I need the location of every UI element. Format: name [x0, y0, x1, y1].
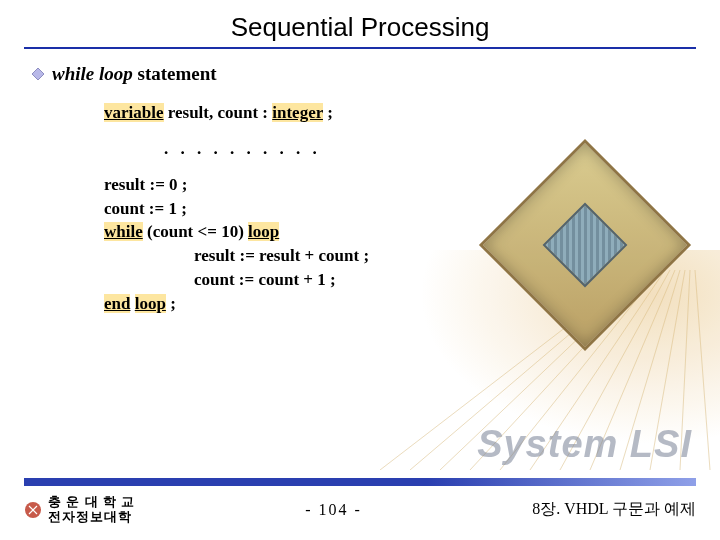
l6-end: ; [166, 294, 176, 313]
university-block: 충 운 대 학 교 전자정보대학 [24, 495, 135, 524]
decl-end: ; [323, 103, 333, 122]
code-l1: result := 0 ; [104, 173, 696, 197]
code-body: result := 0 ; count := 1 ; while (count … [104, 173, 696, 316]
code-l4: result := result + count ; [104, 244, 696, 268]
svg-marker-0 [32, 68, 44, 80]
kw-variable: variable [104, 103, 164, 122]
title-underline [24, 47, 696, 49]
kw-loop-end: loop [135, 294, 166, 313]
footer-bar [24, 478, 696, 486]
code-declaration: variable result, count : integer ; [104, 101, 696, 125]
bullet-text: while loop statement [52, 63, 217, 85]
code-l3: while (count <= 10) loop [104, 220, 696, 244]
uni-line2: 전자정보대학 [48, 510, 135, 524]
bullet-row: while loop statement [32, 63, 696, 85]
svg-line-12 [695, 270, 710, 470]
university-logo-icon [24, 501, 42, 519]
footer-row: 충 운 대 학 교 전자정보대학 - 104 - 8장. VHDL 구문과 예제 [24, 495, 696, 524]
page-number: - 104 - [305, 501, 362, 519]
ellipsis-dots: . . . . . . . . . . [164, 139, 696, 159]
diamond-bullet-icon [32, 68, 44, 80]
kw-while: while [104, 222, 143, 241]
code-block: variable result, count : integer ; [104, 101, 696, 125]
code-l5: count := count + 1 ; [104, 268, 696, 292]
bullet-italic: while loop [52, 63, 133, 84]
kw-loop: loop [248, 222, 279, 241]
page-title: Sequential Processing [24, 12, 696, 43]
kw-end: end [104, 294, 130, 313]
watermark-text: System LSI [477, 423, 692, 466]
code-l2: count := 1 ; [104, 197, 696, 221]
uni-line1: 충 운 대 학 교 [48, 495, 135, 509]
bullet-rest: statement [133, 63, 217, 84]
university-text: 충 운 대 학 교 전자정보대학 [48, 495, 135, 524]
l3-mid: (count <= 10) [143, 222, 248, 241]
code-l6: end loop ; [104, 292, 696, 316]
decl-mid: result, count : [164, 103, 273, 122]
kw-integer: integer [272, 103, 323, 122]
chapter-label: 8장. VHDL 구문과 예제 [532, 499, 696, 520]
